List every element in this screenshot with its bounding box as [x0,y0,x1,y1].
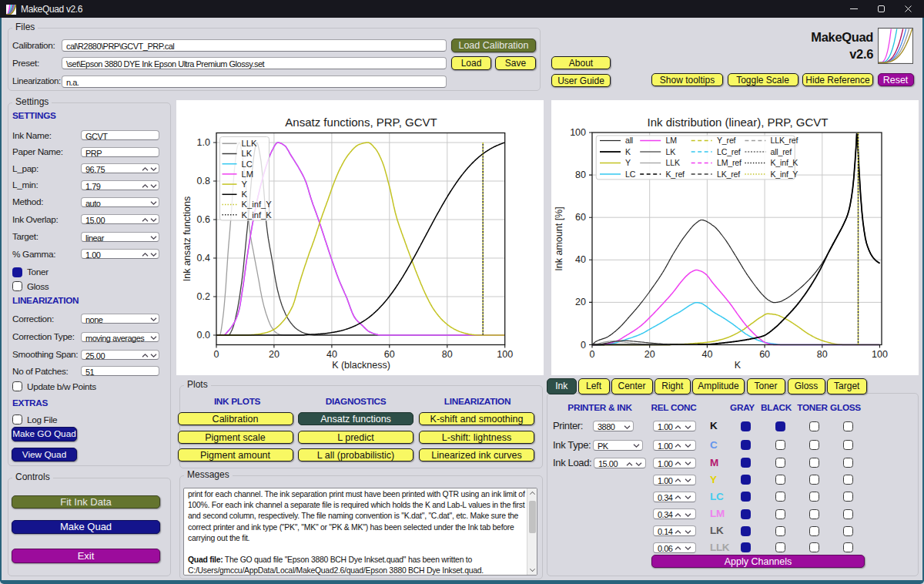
svg-text:Ink amount [%]: Ink amount [%] [554,206,564,270]
svg-text:60: 60 [384,349,395,360]
svg-text:100: 100 [570,127,586,138]
svg-text:LM: LM [666,136,677,145]
svg-text:80: 80 [442,349,453,360]
svg-text:K_inf_K: K_inf_K [771,158,798,167]
svg-text:K_ref: K_ref [666,169,685,179]
svg-text:Y_ref: Y_ref [717,136,736,145]
svg-text:1.0: 1.0 [197,137,210,148]
svg-text:0: 0 [214,349,219,360]
svg-text:LM_ref: LM_ref [717,158,742,167]
svg-text:K: K [625,147,631,156]
svg-text:K (blackness): K (blackness) [332,360,390,371]
svg-text:K_inf_K: K_inf_K [242,210,273,220]
svg-text:100: 100 [497,349,513,360]
svg-text:40: 40 [575,254,586,265]
svg-text:LLK: LLK [242,139,257,148]
svg-text:60: 60 [575,212,586,223]
svg-text:all: all [625,136,633,145]
svg-text:40: 40 [326,349,337,360]
svg-text:0.4: 0.4 [197,253,210,263]
svg-text:0.6: 0.6 [197,214,210,225]
svg-text:100: 100 [872,349,888,360]
svg-text:0: 0 [590,349,595,360]
svg-text:Ansatz functions, PRP, GCVT: Ansatz functions, PRP, GCVT [285,116,437,129]
svg-text:Y: Y [242,180,248,189]
svg-text:LLK: LLK [666,158,680,167]
svg-text:K: K [735,360,742,371]
svg-text:60: 60 [759,349,770,360]
svg-text:0.8: 0.8 [197,176,210,186]
svg-text:K_inf_Y: K_inf_Y [242,200,273,209]
svg-text:K: K [242,190,248,199]
svg-text:Ink distribution (linear), PRP: Ink distribution (linear), PRP, GCVT [648,116,829,129]
svg-text:LK: LK [666,147,676,156]
svg-text:80: 80 [575,169,586,180]
svg-text:LM: LM [242,169,254,179]
svg-text:LC: LC [625,169,636,179]
svg-text:0.2: 0.2 [197,291,210,302]
svg-text:0: 0 [581,340,586,351]
svg-text:all_ref: all_ref [771,147,792,156]
svg-text:20: 20 [269,349,280,360]
svg-text:Y: Y [625,158,631,167]
svg-text:LLK_ref: LLK_ref [771,136,798,145]
svg-text:0.0: 0.0 [197,330,210,341]
svg-text:Ink ansatz functions: Ink ansatz functions [182,196,192,281]
svg-text:LC_ref: LC_ref [717,147,741,156]
svg-text:40: 40 [701,349,712,360]
svg-text:20: 20 [644,349,655,360]
svg-text:20: 20 [575,297,586,307]
svg-text:LK: LK [242,149,253,158]
svg-text:K_inf_Y: K_inf_Y [771,169,798,179]
svg-text:80: 80 [817,349,828,360]
svg-text:LC: LC [242,159,253,169]
svg-text:LK_ref: LK_ref [717,169,740,179]
